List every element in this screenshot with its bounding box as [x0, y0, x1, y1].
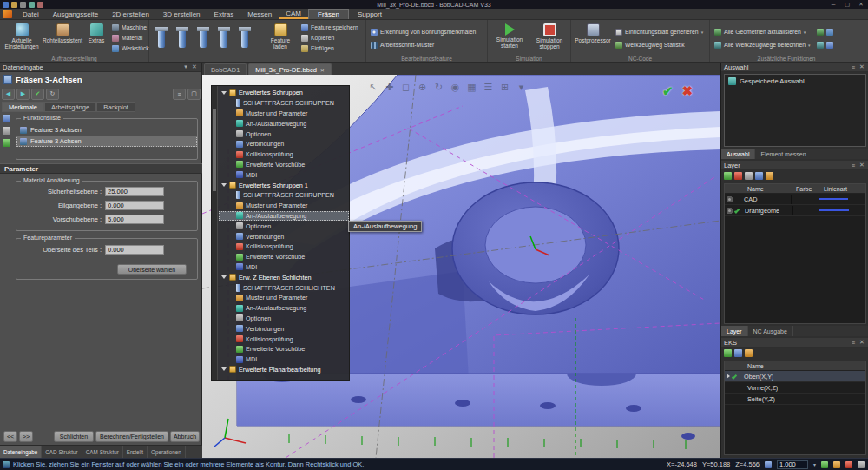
save-settings-button[interactable]: ▢: [187, 89, 201, 100]
oberseite-waehlen-button[interactable]: Oberseite wählen: [117, 264, 187, 275]
close-icon[interactable]: ✕: [858, 63, 866, 70]
close-tab-icon[interactable]: ✕: [320, 67, 325, 73]
tree-item[interactable]: Optionen: [219, 129, 349, 139]
view-sphere-icon[interactable]: ◉: [450, 82, 461, 93]
tree-group[interactable]: Erweitertes Schruppen: [219, 88, 349, 98]
column-header[interactable]: Name: [746, 186, 794, 192]
shading-icon[interactable]: ▦: [466, 82, 477, 93]
tree-item[interactable]: Muster und Parameter: [219, 201, 349, 211]
back-button[interactable]: ◀: [2, 89, 15, 100]
extras-button[interactable]: Extras: [84, 22, 108, 54]
list-icon[interactable]: [3, 139, 10, 147]
tab-fraesen[interactable]: Fräsen: [308, 9, 349, 19]
print-icon[interactable]: [37, 2, 43, 8]
ortho-toggle-icon[interactable]: [833, 461, 840, 468]
layer-current-icon[interactable]: [766, 172, 773, 180]
simulation-stoppen-button[interactable]: Simulation stoppen: [530, 22, 569, 54]
tab-dateneingabe[interactable]: Dateneingabe: [0, 446, 42, 458]
snap-icon[interactable]: [765, 461, 772, 468]
eye-icon[interactable]: [727, 196, 733, 202]
eilgangebene-input[interactable]: [105, 201, 164, 210]
pin-icon[interactable]: ▾: [181, 63, 190, 70]
nav-back-button[interactable]: <<: [3, 431, 17, 442]
arbeitsschritt-muster-button[interactable]: Arbeitsschritt-Muster: [369, 40, 477, 50]
add-layer-icon[interactable]: [724, 172, 732, 180]
calculator-button[interactable]: ≡: [173, 89, 186, 100]
tree-item[interactable]: Verbindungen: [219, 323, 349, 334]
rohteilassistent-button[interactable]: Rohteilassistent: [43, 22, 82, 54]
add-wcs-icon[interactable]: [724, 349, 732, 357]
feature-speichern-button[interactable]: Feature speichern: [299, 23, 360, 32]
snap-toggle-icon[interactable]: [845, 461, 852, 468]
wcs-options-icon[interactable]: [745, 349, 753, 357]
einrichtungsblatt-button[interactable]: Einrichtungsblatt generieren▾: [614, 27, 705, 36]
chevron-down-icon[interactable]: ▾: [813, 461, 816, 467]
maximize-button[interactable]: ▢: [840, 0, 854, 9]
postprozessor-button[interactable]: Postprozessor: [574, 22, 612, 54]
tab-backplot[interactable]: Backplot: [96, 102, 135, 112]
tab-support[interactable]: Support: [349, 9, 391, 19]
feature-laden-button[interactable]: Feature laden: [263, 22, 298, 54]
menu-icon[interactable]: ≡: [849, 340, 858, 346]
tree-item[interactable]: An-/Auslaufbewegung: [219, 118, 349, 129]
tree-item-selected[interactable]: An-/Auslaufbewegung: [219, 211, 349, 222]
confirm-check-button[interactable]: ✔: [662, 83, 674, 99]
schlichten-button[interactable]: Schlichten: [54, 431, 94, 442]
tree-item[interactable]: Muster und Parameter: [219, 109, 349, 119]
doc-tab-mill3x[interactable]: Mill_3x_Pro-DE.bbcd✕: [248, 63, 331, 75]
zoom-extents-icon[interactable]: ⊕: [417, 82, 428, 93]
pan-icon[interactable]: ✚: [384, 82, 395, 93]
menu-datei[interactable]: Datei: [16, 9, 46, 19]
werkzeugweg-statistik-button[interactable]: Werkzeugweg Statistik: [614, 40, 705, 50]
doc-icon[interactable]: [3, 115, 10, 122]
grid-toggle-icon[interactable]: [821, 461, 828, 468]
units-toggle-icon[interactable]: [858, 461, 865, 468]
tool-button-4[interactable]: [214, 22, 233, 56]
column-header[interactable]: Farbe: [794, 186, 822, 192]
table-row[interactable]: Seite(Y,Z): [725, 394, 865, 405]
tree-item[interactable]: Muster und Parameter: [219, 293, 349, 303]
tab-cad-struktur[interactable]: CAD-Struktur: [42, 446, 82, 458]
undo-icon[interactable]: [20, 2, 26, 8]
tool-button-1[interactable]: [152, 22, 171, 56]
berechnen-fertigstellen-button[interactable]: Berechnen/Fertigstellen: [95, 431, 168, 442]
saved-selection-item[interactable]: Gespeicherte Auswahl: [725, 75, 865, 88]
menu-extras[interactable]: Extras: [207, 9, 241, 19]
nav-forward-button[interactable]: >>: [19, 431, 33, 442]
tab-auswahl[interactable]: Auswahl: [721, 149, 755, 159]
apply-button[interactable]: ✔: [31, 89, 44, 100]
tree-item[interactable]: Erweiterte Vorschübe: [219, 344, 349, 354]
view-dropdown-icon[interactable]: ▾: [516, 82, 527, 93]
werkstueck-button[interactable]: Werkstück: [110, 43, 151, 53]
list-item[interactable]: Feature 3 Achsen: [16, 124, 197, 136]
table-row-selected[interactable]: Oben(X,Y): [725, 371, 865, 382]
material-button[interactable]: Material: [110, 33, 151, 43]
column-header[interactable]: Linienart: [822, 186, 864, 192]
simulation-starten-button[interactable]: Simulation starten: [490, 22, 529, 54]
delete-layer-icon[interactable]: [734, 172, 742, 180]
tab-nc-ausgabe[interactable]: NC Ausgabe: [748, 326, 793, 336]
table-row[interactable]: Drahtgeome: [725, 205, 865, 216]
vorschubebene-input[interactable]: [105, 215, 164, 224]
tree-item[interactable]: Kollisionsprüfung: [219, 334, 349, 344]
forward-button[interactable]: ▶: [16, 89, 30, 100]
app-logo-icon[interactable]: [3, 10, 12, 18]
linetype-sample[interactable]: [819, 209, 849, 211]
cad-model-canvas[interactable]: ↖ ✚ ◻ ⊕ ↻ ◉ ▦ ☰ ⊞ ▾ ✔ ✖ Erweitertes Schr…: [202, 75, 720, 458]
tree-item[interactable]: SCHAFTFRÄSER SCHRUPPEN: [219, 98, 349, 109]
edit-wcs-icon[interactable]: [734, 349, 742, 357]
extra-tool-button-1[interactable]: [815, 27, 835, 36]
tool-button-3[interactable]: [194, 22, 213, 56]
layers-icon[interactable]: ☰: [483, 82, 494, 93]
maschine-button[interactable]: Maschine: [110, 23, 151, 32]
color-swatch[interactable]: [792, 206, 793, 215]
tree-scrollbar[interactable]: [212, 86, 218, 380]
table-row[interactable]: CAD: [725, 194, 865, 205]
close-icon[interactable]: ✕: [190, 63, 199, 70]
tab-arbeitsgaenge[interactable]: Arbeitsgänge: [44, 102, 96, 112]
tree-item[interactable]: Erweiterte Vorschübe: [219, 252, 349, 262]
tree-item[interactable]: MDI: [219, 169, 349, 180]
oberseite-input[interactable]: [105, 245, 164, 255]
menu-2d-erstellen[interactable]: 2D erstellen: [105, 9, 156, 19]
eye-icon[interactable]: [727, 208, 733, 214]
